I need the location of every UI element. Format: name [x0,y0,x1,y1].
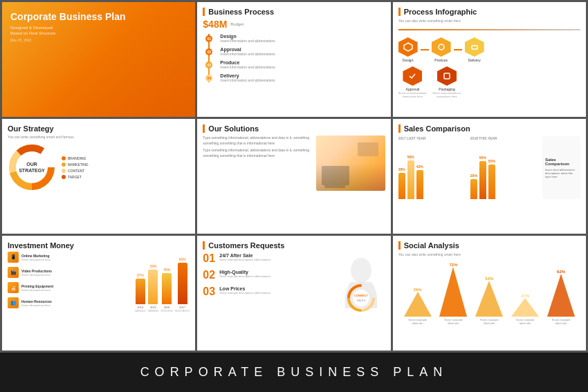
tri-label-4: Some examplelabel info [516,318,535,325]
slide6-title: Sales Comparison [398,124,580,133]
label-branding: BRANDING [62,156,190,160]
inv-icon-1: 📱 [8,252,19,263]
year1-label: 2017 LAST YEAR [398,136,465,140]
inv-bar-shape-2 [148,270,158,304]
inv-icon-3: 🖨 [8,282,19,293]
year2-label: 2018 THIS YEAR [470,136,537,140]
social-chart: 36% Some examplelabel info 72% Some exam… [398,263,580,325]
hex-produce-label: Produce [434,58,448,62]
step-1-desc: Insert information and abbreviations [220,39,275,43]
inv-printing: 🖨 Printing Equipment Some descriptions h… [8,282,129,293]
slide9-title: Social Analysis [398,241,580,250]
inv-bar-2015: 29% 2015EARNINGS [148,264,159,312]
bar-2: 56% [407,155,414,199]
bar-4: 29% [470,174,477,199]
bar-1-shape [398,173,405,199]
svg-marker-17 [404,292,432,317]
slide-4-our-strategy: Our Strategy You can write something sma… [2,119,195,234]
content-label: CONTENT [68,169,84,173]
step-approval: 02 Approval Insert information and abbre… [203,47,385,56]
inv-year-1: 2014EARNINGS [135,306,146,312]
triangle-3: 52% Some examplelabel info [472,277,506,325]
bar-1: 38% [398,167,405,199]
svg-text:OUR: OUR [26,162,37,167]
hex-delivery-shape [465,37,484,57]
req-title-3: Low Prices [219,286,270,291]
slide-7-investment-money: Investment Money 📱 Online Marketing Some… [2,236,195,351]
slide4-desc: You can write something smart and famous [8,135,190,140]
branding-label: BRANDING [68,156,86,160]
hex-connector-2 [454,49,462,50]
slide1-line1: Designed & Developed [10,26,187,30]
investment-list: 📱 Online Marketing Some descriptions her… [8,252,129,312]
svg-point-10 [351,258,371,283]
inv-val-4: 60% [179,257,186,261]
hex-packaging-shape [437,66,457,86]
sales-chart-2018: 29% 55% 50% [470,144,537,199]
step-delivery: 04 Delivery Insert information and abbre… [203,73,385,82]
slide1-date: May 25, 2022 [10,38,187,42]
inv-bar-2016: 45% 2016SPENDINGS [160,268,173,312]
footer-title: CORPORATE BUSINESS PLAN [140,365,448,380]
label-marketing: MARKETING [62,162,190,167]
req-desc-1: Some example descriptions abbreviations [219,258,270,261]
strategy-chart: OUR STRATEGY BRANDING MARKETING [8,143,190,192]
marketing-label: MARKETING [68,162,89,167]
bar-6-shape [488,165,495,199]
hex-delivery-label: Delivery [468,58,481,62]
inv-val-2: 29% [149,264,156,268]
solutions-image [316,136,385,191]
circle-chart: CONNECT SALES [337,253,385,301]
svg-rect-2 [444,73,450,79]
svg-point-0 [439,44,444,50]
slide7-title: Investment Money [8,241,190,250]
inv-desc-4: Some descriptions here [21,304,52,307]
footer-bar: CORPORATE BUSINESS PLAN [0,353,588,392]
hex-produce-shape [432,37,451,57]
inv-year-2: 2015EARNINGS [148,306,159,312]
inv-desc-1: Some descriptions here [21,258,50,261]
slide-3-process-infographic: Process Infographic You can also write s… [393,2,586,117]
svg-marker-20 [511,298,539,317]
triangle-4: 27% Some examplelabel info [508,294,542,325]
svg-rect-1 [472,46,477,49]
bar-3: 42% [416,165,423,199]
step-2-name: Approval [220,47,275,52]
sales-legend-title: Sales Comparison [545,158,578,166]
svg-text:STRATEGY: STRATEGY [19,168,45,173]
step-4-dot: 04 [205,75,212,82]
tri-label-1: Some examplelabel info [408,318,427,325]
solutions-text: Type something informational, abbreviati… [203,136,311,191]
req-desc-2: Some example descriptions abbreviations [219,274,270,278]
hex-row: Design Produce Delivery [398,37,580,62]
solutions-content: Type something informational, abbreviati… [203,136,385,191]
inv-video: 🎬 Video Productions Some descriptions he… [8,267,129,278]
inv-desc-2: Some descriptions here [21,273,52,277]
hex-approval: Approval Some communications,instruction… [398,66,428,98]
slide1-title: Corporate Business Plan [10,10,187,23]
inv-name-3: Printing Equipment [21,284,53,288]
req-num-1: 01 [203,253,217,264]
tri-label-2: Some examplelabel info [444,318,463,325]
triangle-2: 72% Some examplelabel info [437,263,470,325]
step-3-dot: 03 [205,62,212,68]
slide2-amount: $48M [203,19,227,30]
slide4-title: Our Strategy [8,124,190,133]
step-2-desc: Insert information and abbreviations [220,52,275,56]
slide3-desc: You can also write something smart here [398,19,580,24]
requests-list: 01 24/7 After Sale Some example descript… [203,253,331,301]
inv-name-1: Online Marketing [21,254,50,258]
inv-human: 👥 Human Resources Some descriptions here [8,297,129,308]
slides-grid: Corporate Business Plan Designed & Devel… [0,0,588,353]
hex-design-shape [398,37,418,57]
investment-content: 📱 Online Marketing Some descriptions her… [8,252,190,312]
hex-design: Design [398,37,418,62]
content-dot [62,169,66,173]
step-3-name: Produce [220,60,275,65]
step-1-dot: 01 [205,35,212,42]
tri-label-5: Some examplelabel info [552,318,571,325]
req-quality: 02 High-Quality Some example description… [203,270,331,281]
inv-icon-4: 👥 [8,297,19,308]
slide1-line2: Based on Real Structure [10,31,187,35]
inv-bar-shape-4 [178,263,187,304]
